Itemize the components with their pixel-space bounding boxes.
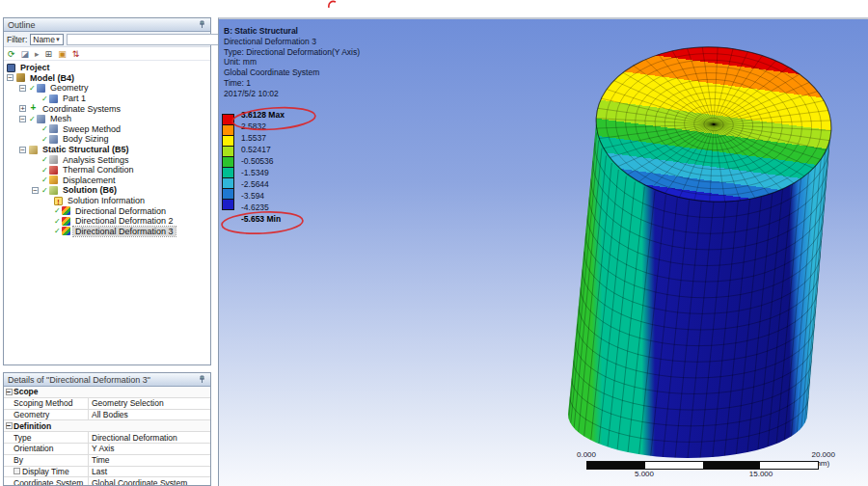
tree-item-mesh[interactable]: −✓Mesh <box>4 114 210 124</box>
tree-item-solution-b6[interactable]: −✓Solution (B6) <box>4 185 210 196</box>
sort-az-icon[interactable]: ⇅ <box>72 49 80 59</box>
tree-item-sweep-method[interactable]: ✓Sweep Method <box>4 124 210 135</box>
analysis-settings-icon <box>49 155 58 164</box>
details-row-display-time: Display TimeLast <box>4 467 210 478</box>
details-panel: Details of "Directional Deformation 3" −… <box>3 372 211 486</box>
outline-title-bar: Outline <box>4 18 210 32</box>
pin-icon[interactable] <box>198 20 206 29</box>
outline-toolbar: ⟳ ◪ ▸ ⊞ ▣ ⇅ <box>4 47 210 61</box>
details-section-label: Scope <box>14 387 39 396</box>
displacement-icon <box>49 176 58 184</box>
scale-segment <box>587 462 645 469</box>
details-value[interactable]: Y Axis <box>89 444 210 453</box>
tree-item-static-structural-b5[interactable]: −Static Structural (B5) <box>4 145 210 155</box>
filter-dropdown-value: Name <box>33 35 55 44</box>
details-label: Orientation <box>14 444 54 453</box>
tree-item-label: Body Sizing <box>61 134 111 144</box>
pin-icon[interactable] <box>198 375 206 384</box>
details-section-label: Definition <box>14 421 51 431</box>
details-section-definition: −Definition <box>4 420 210 432</box>
tree-item-analysis-settings[interactable]: ✓Analysis Settings <box>4 154 210 165</box>
expand-all-icon[interactable]: ⊞ <box>45 49 53 59</box>
minus-expander[interactable]: − <box>19 85 26 92</box>
folder-icon[interactable]: ▣ <box>58 49 67 59</box>
filter-dropdown[interactable]: Name ▼ <box>30 34 64 45</box>
tree-item-label: Analysis Settings <box>61 155 131 165</box>
tree-item-project[interactable]: Project <box>4 63 210 73</box>
scale-segment <box>760 462 818 469</box>
details-value[interactable]: Geometry Selection <box>89 398 210 408</box>
details-row-coordinate-system: Coordinate SystemGlobal Coordinate Syste… <box>4 477 210 486</box>
refresh-icon[interactable]: ⟳ <box>8 49 15 59</box>
check-icon: ✓ <box>41 94 48 103</box>
tree-item-coordinate-systems[interactable]: ++Coordinate Systems <box>4 103 210 114</box>
minus-expander[interactable]: − <box>32 187 39 194</box>
details-label: Type <box>14 433 31 443</box>
mesh-icon <box>37 115 45 123</box>
tree-item-solution-information[interactable]: !Solution Information <box>4 196 210 206</box>
cylinder-model[interactable] <box>219 19 868 486</box>
tree-item-directional-deformation-2[interactable]: ✓Directional Deformation 2 <box>4 216 210 227</box>
graphics-viewport[interactable]: B: Static StructuralDirectional Deformat… <box>218 17 868 486</box>
tree-item-directional-deformation[interactable]: ✓Directional Deformation <box>4 205 210 216</box>
project-icon <box>7 64 15 72</box>
details-value[interactable]: Last <box>89 467 210 476</box>
details-table: −ScopeScoping MethodGeometry SelectionGe… <box>4 387 210 486</box>
thermal-icon <box>49 166 58 175</box>
mesh-method-icon <box>49 124 58 133</box>
check-icon: ✓ <box>41 166 48 175</box>
tree-item-label: Geometry <box>48 83 91 93</box>
tree-item-label: Directional Deformation 2 <box>73 216 176 226</box>
tree-item-model-b4[interactable]: −Model (B4) <box>4 73 210 84</box>
checkbox[interactable] <box>14 468 20 474</box>
go-to-icon[interactable]: ▸ <box>35 49 40 59</box>
details-title: Details of "Directional Deformation 3" <box>8 375 150 385</box>
scale-segment <box>703 462 761 469</box>
tree-item-label: Sweep Method <box>61 124 122 134</box>
filter-search-input[interactable] <box>67 34 239 45</box>
details-label: By <box>14 455 23 465</box>
tree-item-geometry[interactable]: −✓Geometry <box>4 83 210 94</box>
details-row-orientation: OrientationY Axis <box>4 444 210 455</box>
tree-item-displacement[interactable]: ✓Displacement <box>4 176 210 186</box>
minus-expander[interactable]: − <box>7 74 14 81</box>
minus-expander[interactable]: − <box>19 116 26 122</box>
check-icon: ✓ <box>41 135 48 144</box>
details-value[interactable]: Global Coordinate System <box>89 478 210 486</box>
details-row-geometry: GeometryAll Bodies <box>4 410 210 421</box>
check-icon: ✓ <box>41 124 48 133</box>
details-value[interactable]: All Bodies <box>89 410 210 419</box>
tree-item-body-sizing[interactable]: ✓Body Sizing <box>4 134 210 145</box>
tree-item-label: Solution (B6) <box>61 185 119 195</box>
chevron-down-icon: ▼ <box>55 37 61 42</box>
tree-item-label: Directional Deformation <box>73 206 168 216</box>
filter-label: Filter: <box>7 35 27 44</box>
details-value[interactable]: Directional Deformation <box>89 433 210 443</box>
geometry-icon <box>37 84 45 93</box>
check-icon: ✓ <box>54 217 61 226</box>
tree-item-directional-deformation-3[interactable]: ✓Directional Deformation 3 <box>4 227 210 237</box>
red-pen-mark <box>326 0 339 8</box>
scale-bar <box>586 461 819 470</box>
plus-expander[interactable]: + <box>19 105 26 112</box>
solution-icon <box>49 186 58 195</box>
details-row-type: TypeDirectional Deformation <box>4 432 210 444</box>
check-icon: ✓ <box>41 176 48 184</box>
tree-item-label: Part 1 <box>61 94 88 103</box>
ruler-label: 15.000 <box>749 470 773 478</box>
tree-item-label: Project <box>18 63 52 72</box>
check-icon: ✓ <box>41 186 48 195</box>
details-row-by: ByTime <box>4 455 210 467</box>
details-label: Scoping Method <box>14 398 72 408</box>
details-label: Geometry <box>14 410 49 419</box>
part-icon <box>49 94 58 103</box>
ruler-label: 5.000 <box>635 470 654 478</box>
graphics-icon[interactable]: ◪ <box>21 49 30 59</box>
tree-item-label: Mesh <box>48 114 73 123</box>
minus-expander[interactable]: − <box>19 147 26 153</box>
tree-item-thermal-condition[interactable]: ✓Thermal Condition <box>4 165 210 176</box>
solution-info-icon: ! <box>54 197 63 205</box>
result-icon <box>62 217 70 226</box>
details-value[interactable]: Time <box>89 455 210 465</box>
result-icon <box>62 227 70 235</box>
